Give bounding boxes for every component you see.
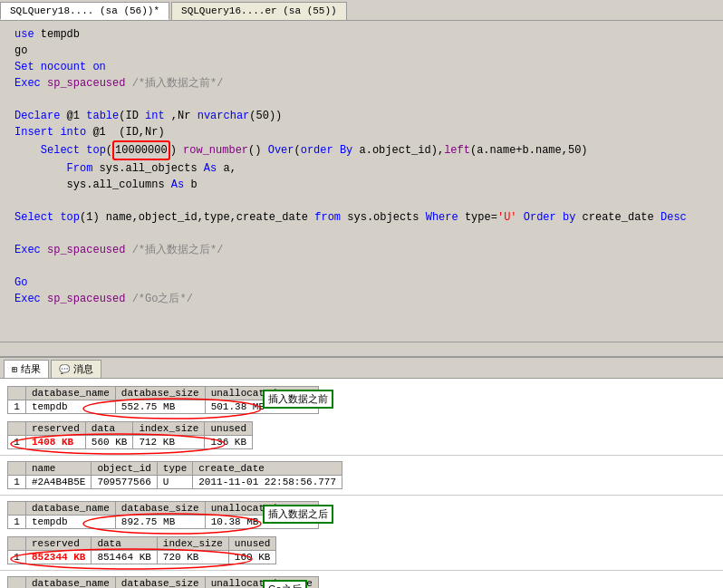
annotation-before-insert: 插入数据之前 (263, 390, 333, 409)
code-line-11 (7, 193, 716, 209)
col-header (8, 387, 26, 400)
col-header-type: type (157, 462, 192, 476)
col-header-unused: unused (228, 537, 276, 551)
code-line-10: sys.all_columns As b (7, 177, 716, 193)
cell-reserved: 852344 KB (26, 551, 92, 564)
col-header-data: data (85, 422, 133, 436)
col-header-reserved: reserved (26, 422, 86, 436)
code-editor[interactable]: use tempdb go Set nocount on Exec sp_spa… (0, 21, 723, 358)
code-line-12: Select top(1) name,object_id,type,create… (7, 209, 716, 226)
col-header-dbname: database_name (26, 577, 116, 589)
code-line-7: Insert into @1 (ID,Nr) (7, 124, 716, 140)
result-block-3: name object_id type create_date 1 #2A4B4… (0, 458, 723, 493)
code-line-16: Go (7, 275, 716, 291)
col-header (8, 462, 26, 476)
tab-query16[interactable]: SQLQuery16....er (sa (55)) (171, 2, 347, 20)
col-header-indexsize: index_size (157, 537, 228, 551)
table-row: 1 852344 KB 851464 KB 720 KB 160 KB (8, 551, 276, 564)
separator-1 (0, 455, 723, 456)
cell-indexsize: 720 KB (157, 551, 228, 564)
code-line-14: Exec sp_spaceused /*插入数据之后*/ (7, 242, 716, 258)
code-line-3: Set nocount on (7, 59, 716, 75)
code-line-5 (7, 92, 716, 108)
cell-dbname: tempdb (26, 400, 116, 414)
grid-icon: ⊞ (12, 364, 17, 375)
results-area[interactable]: database_name database_size unallocated … (0, 379, 723, 588)
col-header-data: data (92, 537, 157, 551)
code-line-2: go (7, 43, 716, 59)
annotation-after-insert: 插入数据之后 (263, 505, 333, 524)
code-line-15 (7, 258, 716, 275)
cell-data: 560 KB (85, 436, 133, 449)
result-block-4: database_name database_size unallocated … (0, 497, 723, 533)
cell-createdate: 2011-11-01 22:58:56.777 (193, 476, 342, 489)
result-block-5: reserved data index_size unused 1 852344… (0, 533, 723, 568)
result-block-2: reserved data index_size unused 1 1408 K… (0, 418, 723, 453)
cell-dbsize: 552.75 MB (115, 400, 205, 414)
row-num: 1 (8, 400, 26, 414)
cell-unused: 160 KB (228, 551, 276, 564)
msg-icon: 💬 (59, 364, 70, 375)
col-header-reserved: reserved (26, 537, 92, 551)
cell-data: 851464 KB (92, 551, 157, 564)
cell-dbname: tempdb (26, 516, 116, 529)
separator-2 (0, 495, 723, 496)
hscroll[interactable] (0, 342, 723, 352)
code-line-6: Declare @1 table(ID int ,Nr nvarchar(50)… (7, 108, 716, 124)
tab-bar: SQLQuery18.... (sa (56))* SQLQuery16....… (0, 0, 723, 21)
col-header-indexsize: index_size (133, 422, 205, 436)
result-block-6: database_name database_size unallocated … (0, 573, 723, 588)
col-header (8, 502, 26, 516)
result-block-1: database_name database_size unallocated … (0, 382, 723, 418)
col-header (8, 537, 26, 551)
col-header-dbsize: database_size (115, 387, 205, 400)
annotation-after-go: Go之后 (263, 580, 307, 588)
cell-objid: 709577566 (92, 476, 157, 489)
code-line-17: Exec sp_spaceused /*Go之后*/ (7, 291, 716, 307)
col-header-createdate: create_date (193, 462, 342, 476)
cell-type: U (157, 476, 192, 489)
code-line-4: Exec sp_spaceused /*插入数据之前*/ (7, 75, 716, 92)
col-header (8, 577, 26, 589)
tab-query18[interactable]: SQLQuery18.... (sa (56))* (0, 2, 169, 20)
code-line-18 (7, 307, 716, 323)
cell-name: #2A4B4B5E (26, 476, 92, 489)
separator-3 (0, 570, 723, 571)
row-num: 1 (8, 516, 26, 529)
col-header-dbsize: database_size (115, 502, 205, 516)
col-header-name: name (26, 462, 92, 476)
col-header-dbname: database_name (26, 387, 116, 400)
table-row: 1 #2A4B4B5E 709577566 U 2011-11-01 22:58… (8, 476, 342, 489)
cell-unused: 136 KB (205, 436, 253, 449)
code-line-9: From sys.all_objects As a, (7, 160, 716, 177)
cell-indexsize: 712 KB (133, 436, 205, 449)
result-table-5: reserved data index_size unused 1 852344… (7, 536, 276, 564)
code-line-13 (7, 226, 716, 242)
tab-results[interactable]: ⊞ 结果 (4, 360, 49, 378)
result-tabs: ⊞ 结果 💬 消息 (0, 358, 723, 379)
table-row: 1 1408 KB 560 KB 712 KB 136 KB (8, 436, 253, 449)
row-num: 1 (8, 476, 26, 489)
code-line-8: Select top(10000000) row_number() Over(o… (7, 140, 716, 160)
cell-reserved: 1408 KB (26, 436, 86, 449)
col-header-unused: unused (205, 422, 253, 436)
col-header-objid: object_id (92, 462, 157, 476)
col-header (8, 422, 26, 436)
result-table-2: reserved data index_size unused 1 1408 K… (7, 421, 253, 449)
row-num: 1 (8, 551, 26, 564)
code-line-1: use tempdb (7, 26, 716, 43)
tab-messages[interactable]: 💬 消息 (51, 360, 101, 378)
col-header-dbsize: database_size (115, 577, 205, 589)
cell-dbsize: 892.75 MB (115, 516, 205, 529)
code-line-19 (7, 323, 716, 340)
row-num: 1 (8, 436, 26, 449)
result-table-3: name object_id type create_date 1 #2A4B4… (7, 461, 342, 489)
col-header-dbname: database_name (26, 502, 116, 516)
